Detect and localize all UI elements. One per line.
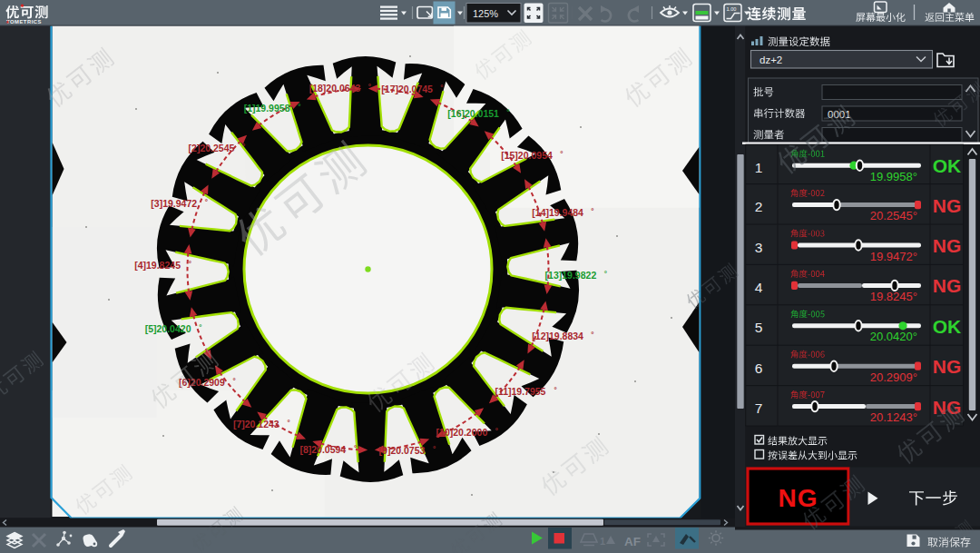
svg-text:°: ° <box>433 445 436 453</box>
svg-text:NG: NG <box>779 484 818 512</box>
svg-text:20.2909°: 20.2909° <box>870 370 917 384</box>
svg-text:°: ° <box>368 83 371 91</box>
svg-text:[8]20.0594: [8]20.0594 <box>299 444 346 455</box>
svg-text:°: ° <box>591 331 593 339</box>
svg-text:[16]20.0151: [16]20.0151 <box>447 108 499 119</box>
svg-text:20.2545°: 20.2545° <box>870 209 917 222</box>
svg-text:5: 5 <box>755 320 763 335</box>
svg-text:°: ° <box>233 377 236 385</box>
svg-text:[9]20.0753: [9]20.0753 <box>379 445 426 456</box>
svg-text:[2]20.2545: [2]20.2545 <box>189 143 235 153</box>
svg-text:°: ° <box>440 84 443 92</box>
svg-text:NG: NG <box>933 356 962 377</box>
svg-text:19.9472°: 19.9472° <box>870 250 917 263</box>
svg-text:1: 1 <box>755 160 763 175</box>
svg-text:°: ° <box>287 419 289 427</box>
svg-text:[5]20.0420: [5]20.0420 <box>145 323 191 334</box>
svg-text:OK: OK <box>933 316 962 337</box>
svg-text:°: ° <box>298 103 300 111</box>
svg-text:°: ° <box>189 260 191 268</box>
svg-text:NG: NG <box>933 275 962 296</box>
svg-text:[3]19.9472: [3]19.9472 <box>151 198 197 209</box>
svg-text:TOMETRICS: TOMETRICS <box>6 19 42 25</box>
svg-text:[18]20.0643: [18]20.0643 <box>309 83 361 94</box>
svg-text:20.0420°: 20.0420° <box>870 330 917 343</box>
svg-text:[14]19.9484: [14]19.9484 <box>532 207 583 218</box>
svg-text:[15]20.0954: [15]20.0954 <box>501 150 553 161</box>
svg-text:AF: AF <box>624 535 641 548</box>
svg-text:[12]19.8834: [12]19.8834 <box>532 331 583 341</box>
svg-text:[10]20.2000: [10]20.2000 <box>436 427 488 438</box>
svg-text:dz+2: dz+2 <box>760 54 782 65</box>
svg-text:1: 1 <box>600 536 605 547</box>
svg-text:7: 7 <box>755 400 763 416</box>
svg-text:19.9958°: 19.9958° <box>870 170 917 183</box>
svg-text:°: ° <box>242 143 245 151</box>
svg-text:1.00: 1.00 <box>727 6 737 12</box>
svg-text:2: 2 <box>755 199 763 214</box>
svg-text:[11]19.7955: [11]19.7955 <box>495 386 545 397</box>
svg-text:°: ° <box>604 270 607 278</box>
svg-text:125%: 125% <box>473 8 498 19</box>
svg-text:[17]20.0745: [17]20.0745 <box>381 84 433 94</box>
svg-text:°: ° <box>205 198 208 206</box>
svg-text:OK: OK <box>933 155 962 176</box>
svg-text:°: ° <box>560 150 563 158</box>
svg-text:[13]19.9822: [13]19.9822 <box>545 270 597 281</box>
svg-text:6: 6 <box>755 360 763 376</box>
svg-text:NG: NG <box>933 235 962 256</box>
svg-text:°: ° <box>354 444 357 452</box>
svg-text:20.1243°: 20.1243° <box>870 410 917 424</box>
svg-text:°: ° <box>199 323 201 331</box>
svg-text:°: ° <box>591 207 593 215</box>
svg-text:19.8245°: 19.8245° <box>870 290 917 303</box>
svg-text:4: 4 <box>755 280 763 295</box>
svg-text:°: ° <box>554 386 556 394</box>
svg-text:°: ° <box>506 108 509 116</box>
svg-text:3: 3 <box>755 240 763 255</box>
svg-text:[4]19.8245: [4]19.8245 <box>134 260 181 271</box>
svg-text:[7]20.1243: [7]20.1243 <box>233 419 279 430</box>
svg-text:°: ° <box>495 427 498 435</box>
svg-text:NG: NG <box>933 195 962 216</box>
svg-text:[1]19.9958: [1]19.9958 <box>244 103 290 114</box>
